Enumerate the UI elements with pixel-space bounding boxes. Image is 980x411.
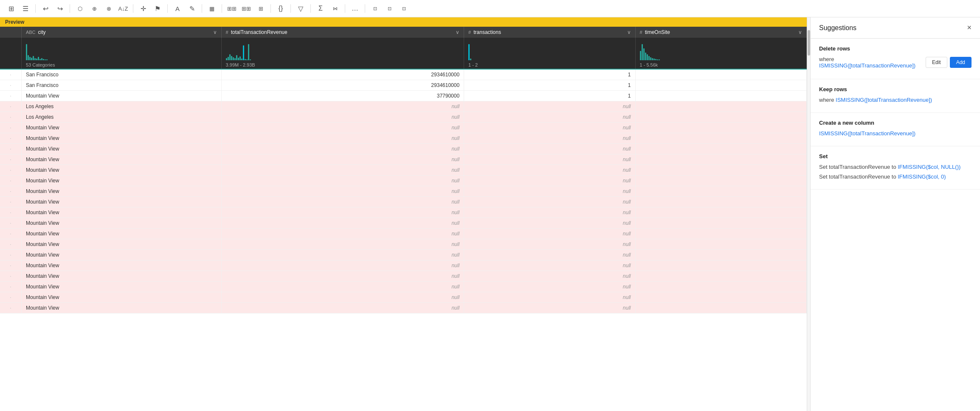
city-stats: 53 Categories (21, 61, 221, 69)
set-link-2[interactable]: IFMISSING($col, 0) (898, 173, 946, 180)
more-tools-icon[interactable]: … (349, 3, 361, 14)
timeonsite-col-label: timeOnSite (645, 29, 670, 35)
table-row: · Mountain View null null (0, 218, 807, 229)
hist-bar (229, 54, 231, 60)
row-indicator-cell: · (0, 91, 21, 101)
table-body: · San Francisco 2934610000 1 · San Franc… (0, 69, 807, 313)
city-sort-icon[interactable]: ∨ (213, 29, 217, 35)
sigma-icon2[interactable]: Σ (315, 3, 327, 14)
hist-bar (246, 59, 248, 60)
crosshair-icon[interactable]: ✛ (137, 3, 149, 14)
hist-bar (647, 54, 648, 60)
undo-icon[interactable]: ↩ (39, 3, 51, 14)
transactions-cell: null (464, 144, 635, 154)
add-button[interactable]: Add (950, 57, 972, 68)
transactions-cell: null (464, 250, 635, 260)
timeonsite-cell (635, 69, 806, 80)
edit-button[interactable]: Edit (926, 57, 947, 68)
city-cell: Mountain View (21, 123, 221, 133)
timeonsite-cell (635, 112, 806, 123)
transactions-cell: null (464, 154, 635, 165)
timeonsite-sort-icon[interactable]: ∨ (798, 29, 802, 35)
revenue-cell: null (221, 207, 464, 218)
revenue-cell: null (221, 176, 464, 186)
delete-rows-link[interactable]: ISMISSING([totalTransactionRevenue]) (819, 62, 915, 69)
revenue-column-header[interactable]: # totalTransactionRevenue ∨ (221, 27, 464, 38)
revenue-cell: null (221, 282, 464, 292)
create-column-link[interactable]: ISMISSING([totalTransactionRevenue]) (819, 130, 915, 137)
merge-icon2[interactable]: ⋈ (329, 3, 341, 14)
suggestions-title: Suggestions (819, 24, 856, 32)
city-cell: Mountain View (21, 91, 221, 101)
transactions-sort-icon[interactable]: ∨ (627, 29, 631, 35)
table-row: · Mountain View null null (0, 229, 807, 239)
transactions-cell: null (464, 271, 635, 282)
transform-cluster-icon[interactable]: ⬡ (74, 3, 86, 14)
formula-bar-icon[interactable]: ⊞⊞ (226, 3, 238, 14)
row-indicator-cell: · (0, 207, 21, 218)
transactions-histogram (464, 38, 635, 61)
delete-rows-title: Delete rows (819, 45, 972, 52)
transactions-type-badge: # (468, 30, 471, 35)
row-indicator-cell: · (0, 229, 21, 239)
timeonsite-column-header[interactable]: # timeOnSite ∨ (635, 27, 806, 38)
timeonsite-cell (635, 80, 806, 91)
flag2-icon[interactable]: ⚑ (152, 3, 163, 14)
close-button[interactable]: × (967, 23, 972, 32)
main-content: Preview ABC city ∨ (0, 17, 980, 411)
hist-bar-accent (243, 45, 244, 60)
city-cell: Mountain View (21, 197, 221, 207)
city-column-header[interactable]: ABC city ∨ (21, 27, 221, 38)
grid-view-icon[interactable]: ⊡ (383, 3, 395, 14)
revenue-col-label: totalTransactionRevenue (231, 29, 287, 35)
formula3-icon[interactable]: ⊞ (255, 3, 267, 14)
hist-bar (233, 57, 234, 60)
join-icon[interactable]: ⊗ (103, 3, 115, 14)
grid-icon[interactable]: ⊞ (5, 3, 17, 14)
create-column-title: Create a new column (819, 120, 972, 126)
vertical-scrollbar[interactable] (807, 17, 810, 411)
revenue-cell: null (221, 303, 464, 313)
table-wrapper[interactable]: ABC city ∨ # totalTransactionRevenue ∨ (0, 27, 807, 411)
text-format-icon[interactable]: A (172, 3, 183, 14)
hist-bar (34, 58, 36, 60)
braces-icon[interactable]: {} (275, 3, 287, 14)
city-cell: Mountain View (21, 176, 221, 186)
table-row: · Mountain View null null (0, 133, 807, 144)
set-link-1[interactable]: IFMISSING($col, NULL()) (898, 164, 960, 170)
scrollbar-thumb[interactable] (808, 30, 810, 56)
toolbar-separator-4 (167, 4, 168, 13)
layout-icon[interactable]: ⊡ (398, 3, 410, 14)
revenue-cell: null (221, 186, 464, 197)
formula2-icon[interactable]: ⊞⊞ (240, 3, 252, 14)
table-format-icon[interactable]: ▦ (206, 3, 218, 14)
transactions-cell: null (464, 186, 635, 197)
sort-az-icon[interactable]: A↓Z (117, 3, 129, 14)
set-prefix-2: Set totalTransactionRevenue to (819, 173, 898, 180)
create-column-item: ISMISSING([totalTransactionRevenue]) (819, 130, 972, 137)
menu-icon[interactable]: ☰ (20, 3, 31, 14)
revenue-sort-icon[interactable]: ∨ (456, 29, 459, 35)
transactions-cell: null (464, 165, 635, 176)
city-cell: Mountain View (21, 144, 221, 154)
table-row: · Mountain View null null (0, 303, 807, 313)
view-options-icon[interactable]: ⊡ (369, 3, 381, 14)
filter-icon2[interactable]: ▽ (295, 3, 307, 14)
transactions-column-header[interactable]: # transactions ∨ (464, 27, 635, 38)
transactions-cell: null (464, 112, 635, 123)
revenue-cell: null (221, 112, 464, 123)
hist-bar (650, 57, 651, 60)
preview-label: Preview (5, 19, 24, 25)
row-indicator-cell: · (0, 186, 21, 197)
redo-icon[interactable]: ↪ (54, 3, 66, 14)
split-icon[interactable]: ⊕ (88, 3, 100, 14)
revenue-cell: 2934610000 (221, 80, 464, 91)
row-indicator-cell: · (0, 260, 21, 271)
row-indicator-cell: · (0, 144, 21, 154)
row-indicator-cell: · (0, 80, 21, 91)
row-indicator-cell: · (0, 218, 21, 229)
row-indicator-cell: · (0, 123, 21, 133)
keep-rows-link[interactable]: ISMISSING([totalTransactionRevenue]) (836, 97, 932, 103)
hist-bar (250, 59, 251, 60)
edit-text-icon[interactable]: ✎ (186, 3, 198, 14)
